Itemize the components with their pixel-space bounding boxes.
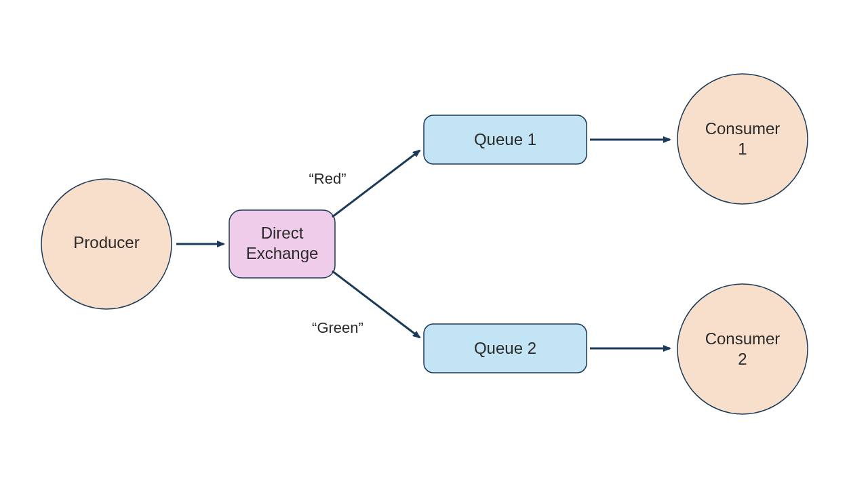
queue1-label: Queue 1 bbox=[474, 130, 536, 148]
producer-label: Producer bbox=[73, 233, 139, 251]
exchange-node: Direct Exchange bbox=[229, 210, 335, 278]
edge-label-green: “Green” bbox=[312, 319, 363, 336]
edge-label-red: “Red” bbox=[309, 170, 346, 187]
svg-point-4 bbox=[677, 74, 808, 204]
consumer1-label-2: 1 bbox=[738, 140, 747, 158]
exchange-label-2: Exchange bbox=[246, 244, 319, 262]
consumer2-node: Consumer 2 bbox=[677, 284, 808, 414]
exchange-label-1: Direct bbox=[261, 224, 304, 242]
consumer1-node: Consumer 1 bbox=[677, 74, 808, 204]
producer-node: Producer bbox=[41, 179, 172, 309]
diagram-canvas: Producer Direct Exchange “Red” “Green” Q… bbox=[0, 0, 868, 488]
queue1-node: Queue 1 bbox=[424, 115, 587, 164]
consumer2-label-1: Consumer bbox=[705, 329, 781, 348]
consumer1-label-1: Consumer bbox=[705, 119, 781, 138]
consumer2-label-2: 2 bbox=[738, 350, 747, 368]
queue2-node: Queue 2 bbox=[424, 324, 587, 373]
queue2-label: Queue 2 bbox=[474, 339, 536, 357]
svg-point-5 bbox=[677, 284, 808, 414]
